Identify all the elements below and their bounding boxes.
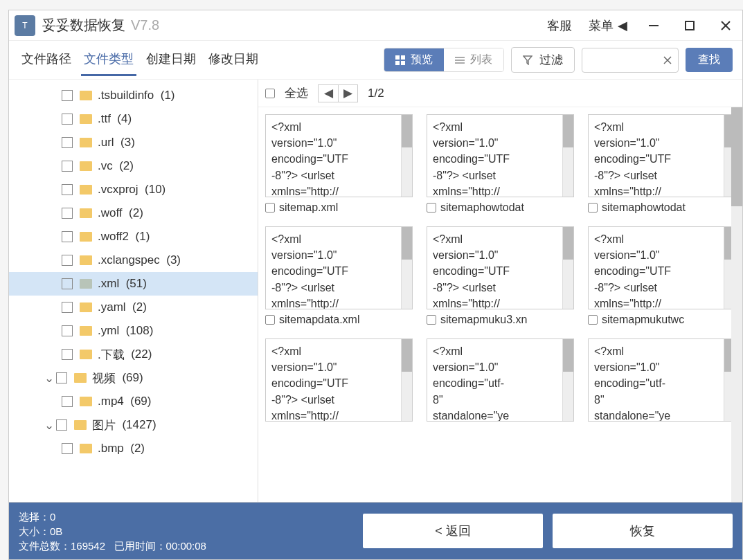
clear-icon[interactable]	[663, 55, 672, 65]
tree-item[interactable]: .vc (2)	[9, 154, 258, 178]
tree-checkbox[interactable]	[62, 137, 73, 148]
tree-checkbox[interactable]	[62, 255, 73, 266]
menu-button[interactable]: 菜单 ◀	[589, 17, 627, 34]
scrollbar-handle[interactable]	[731, 107, 742, 206]
file-type-tree[interactable]: .tsbuildinfo (1).ttf (4).url (3).vc (2).…	[9, 80, 258, 502]
time-label: 已用时间：	[114, 540, 166, 552]
tree-item[interactable]: .woff2 (1)	[9, 225, 258, 249]
tree-item[interactable]: ⌄图片 (1427)	[9, 413, 258, 437]
thumb-scrollbar[interactable]	[562, 227, 573, 309]
tree-item-count: (51)	[126, 277, 147, 291]
thumb-scrollbar[interactable]	[401, 227, 412, 309]
thumb-scroll-handle[interactable]	[402, 115, 412, 147]
tree-item-count: (1)	[136, 230, 150, 244]
file-checkbox[interactable]	[265, 315, 275, 325]
thumb-scroll-handle[interactable]	[402, 227, 412, 260]
thumb-scrollbar[interactable]	[401, 339, 412, 421]
thumb-scrollbar[interactable]	[562, 339, 573, 421]
tree-item[interactable]: .tsbuildinfo (1)	[9, 84, 258, 107]
file-checkbox[interactable]	[588, 203, 598, 213]
tab-file-path[interactable]: 文件路径	[19, 44, 74, 76]
tree-checkbox[interactable]	[62, 184, 73, 195]
maximize-button[interactable]	[680, 16, 699, 35]
tree-item[interactable]: .xml (51)	[9, 272, 258, 296]
tree-checkbox[interactable]	[62, 114, 73, 125]
tree-checkbox[interactable]	[62, 349, 73, 360]
back-button[interactable]: < 返回	[363, 514, 543, 548]
tree-checkbox[interactable]	[56, 372, 67, 383]
list-mode-button[interactable]: 列表	[444, 48, 503, 71]
file-checkbox[interactable]	[588, 315, 598, 325]
file-checkbox[interactable]	[265, 203, 275, 213]
tree-checkbox[interactable]	[56, 419, 67, 431]
filter-label: 过滤	[539, 52, 563, 68]
folder-icon	[80, 185, 92, 195]
thumb-scroll-handle[interactable]	[402, 339, 412, 372]
thumb-scroll-handle[interactable]	[563, 227, 573, 260]
tree-item[interactable]: ⌄视频 (69)	[9, 366, 258, 390]
tree-checkbox[interactable]	[62, 161, 73, 172]
tree-item[interactable]: .bmp (2)	[9, 437, 258, 460]
tree-item[interactable]: .vcxproj (10)	[9, 178, 258, 201]
tree-checkbox[interactable]	[62, 443, 73, 454]
file-label-row: sitemap.xml	[265, 201, 413, 214]
prev-page-button[interactable]: ◀	[319, 85, 338, 102]
tree-item[interactable]: .下载 (22)	[9, 343, 258, 366]
tree-item[interactable]: .xclangspec (3)	[9, 249, 258, 272]
tree-checkbox[interactable]	[62, 325, 73, 336]
maximize-icon	[684, 20, 695, 31]
tree-item[interactable]: .yaml (2)	[9, 296, 258, 319]
customer-service-link[interactable]: 客服	[547, 17, 572, 34]
toolbar: 文件路径 文件类型 创建日期 修改日期 预览 列表 过滤	[9, 41, 742, 80]
recover-button[interactable]: 恢复	[553, 514, 733, 548]
tree-item[interactable]: .url (3)	[9, 131, 258, 154]
file-card[interactable]: <?xml version="1.0" encoding="UTF -8"?> …	[427, 226, 574, 326]
thumb-scroll-handle[interactable]	[563, 339, 573, 372]
folder-icon	[80, 397, 92, 406]
file-card[interactable]: <?xml version="1.0" encoding="UTF -8"?> …	[588, 226, 735, 326]
file-preview-text: <?xml version="1.0" encoding="UTF -8"?> …	[266, 115, 401, 197]
tab-modified-date[interactable]: 修改日期	[206, 44, 261, 76]
tab-created-date[interactable]: 创建日期	[143, 44, 199, 76]
tree-checkbox[interactable]	[62, 208, 73, 219]
tree-item-label: .yaml	[98, 300, 126, 314]
thumb-scroll-handle[interactable]	[563, 115, 573, 147]
thumb-scrollbar[interactable]	[562, 115, 573, 197]
file-card[interactable]: <?xml version="1.0" encoding="UTF -8"?> …	[265, 226, 413, 326]
page-nav: ◀ ▶	[318, 84, 358, 102]
tree-item[interactable]: .mp4 (69)	[9, 390, 258, 413]
tree-checkbox[interactable]	[62, 90, 73, 101]
search-button[interactable]: 查找	[686, 48, 733, 72]
tree-item[interactable]: .woff (2)	[9, 201, 258, 225]
scrollbar[interactable]	[731, 107, 742, 502]
filter-button[interactable]: 过滤	[511, 47, 575, 73]
thumb-scrollbar[interactable]	[401, 115, 412, 197]
preview-mode-button[interactable]: 预览	[384, 48, 444, 71]
tree-item[interactable]: .ttf (4)	[9, 107, 258, 131]
file-card[interactable]: <?xml version="1.0" encoding="utf- 8" st…	[427, 338, 574, 422]
tree-checkbox[interactable]	[62, 302, 73, 313]
file-preview-text: <?xml version="1.0" encoding="UTF -8"?> …	[427, 115, 562, 197]
file-card[interactable]: <?xml version="1.0" encoding="utf- 8" st…	[588, 338, 735, 422]
tree-checkbox[interactable]	[62, 278, 73, 289]
file-checkbox[interactable]	[427, 203, 436, 213]
file-card[interactable]: <?xml version="1.0" encoding="UTF -8"?> …	[588, 114, 735, 214]
close-button[interactable]	[716, 16, 735, 35]
tree-item-label: 图片	[92, 417, 116, 433]
select-all-checkbox[interactable]	[265, 89, 275, 98]
file-label-row: sitemapmuku3.xn	[427, 314, 574, 326]
minimize-button[interactable]	[644, 16, 663, 35]
tree-item-label: .woff	[98, 206, 123, 220]
app-window: T 妥妥数据恢复 V7.8 客服 菜单 ◀ 文件路径 文件类型 创建日期 修改日…	[8, 10, 743, 560]
file-card[interactable]: <?xml version="1.0" encoding="UTF -8"?> …	[427, 114, 574, 214]
file-checkbox[interactable]	[427, 315, 436, 325]
tree-item-label: .bmp	[98, 442, 124, 455]
tree-checkbox[interactable]	[62, 396, 73, 407]
next-page-button[interactable]: ▶	[338, 85, 357, 102]
tree-checkbox[interactable]	[62, 231, 73, 242]
tree-item[interactable]: .yml (108)	[9, 319, 258, 343]
search-input[interactable]	[582, 48, 679, 73]
tab-file-type[interactable]: 文件类型	[81, 44, 136, 76]
file-card[interactable]: <?xml version="1.0" encoding="UTF -8"?> …	[265, 114, 413, 214]
file-card[interactable]: <?xml version="1.0" encoding="UTF -8"?> …	[265, 338, 413, 422]
